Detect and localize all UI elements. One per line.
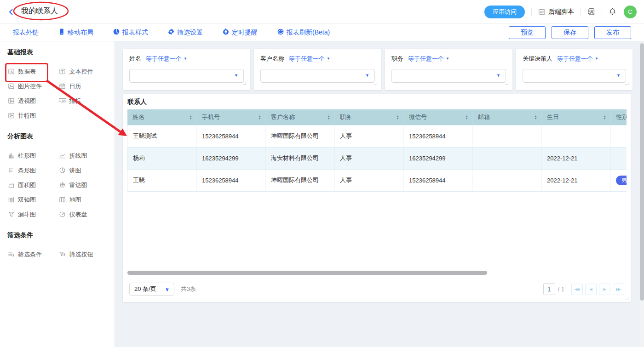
last-page-button[interactable]: ▶▶ bbox=[613, 284, 624, 295]
sidebar-section-title: 分析图表 bbox=[7, 132, 107, 141]
resize-handle[interactable] bbox=[243, 82, 246, 85]
filter-operator-dropdown[interactable]: 等于任意一个▼ bbox=[146, 55, 187, 63]
sidebar-item-funnel-chart[interactable]: 漏斗图 bbox=[7, 210, 56, 218]
toolbar-item-3[interactable]: 筛选设置 bbox=[167, 28, 203, 37]
sort-icon[interactable]: ▲▼ bbox=[258, 115, 261, 119]
toolbar-item-5[interactable]: 报表刷新(Beta) bbox=[277, 28, 330, 37]
sidebar-item-column-chart[interactable]: 柱形图 bbox=[7, 152, 56, 159]
sidebar-item-bar-chart[interactable]: 条形图 bbox=[7, 166, 56, 174]
column-header-label: 职务 bbox=[340, 113, 352, 121]
sort-icon[interactable]: ▲▼ bbox=[327, 115, 330, 119]
filter-card-0: 姓名等于任意一个▼▼ bbox=[123, 49, 250, 90]
sidebar-item-indicator[interactable]: 4,80指标 bbox=[59, 97, 108, 105]
resize-handle[interactable] bbox=[625, 82, 628, 85]
toolbar-item-0[interactable]: 报表外链 bbox=[13, 28, 39, 37]
sort-icon[interactable]: ▲▼ bbox=[189, 115, 192, 119]
prev-page-button[interactable]: ◀ bbox=[585, 284, 597, 295]
save-button[interactable]: 保存 bbox=[552, 26, 588, 39]
toolbar-item-2[interactable]: 报表样式 bbox=[113, 28, 148, 37]
preview-button[interactable]: 预览 bbox=[509, 26, 546, 39]
divider bbox=[602, 8, 602, 16]
column-header-6[interactable]: 生日▲▼ bbox=[541, 109, 610, 125]
sidebar-item-pie-chart[interactable]: 饼图 bbox=[59, 166, 108, 174]
column-header-5[interactable]: 邮箱▲▼ bbox=[472, 109, 541, 125]
app-access-button[interactable]: 应用访问 bbox=[484, 6, 525, 18]
sidebar-item-pivot-table[interactable]: 透视图 bbox=[7, 97, 56, 105]
horizontal-scrollbar[interactable] bbox=[127, 271, 487, 275]
sidebar-item-area-chart[interactable]: 面积图 bbox=[7, 181, 56, 189]
sort-icon[interactable]: ▲▼ bbox=[465, 115, 468, 119]
sidebar-item-radar-chart[interactable]: 雷达图 bbox=[59, 181, 108, 189]
toolbar-item-4[interactable]: 定时提醒 bbox=[222, 28, 258, 37]
avatar[interactable]: C bbox=[624, 6, 637, 18]
sidebar-item-image-widget[interactable]: 图片控件 bbox=[7, 82, 56, 90]
resize-handle[interactable] bbox=[374, 82, 377, 85]
cell: 2022-12-21 bbox=[541, 169, 610, 191]
cell: 男 bbox=[610, 169, 627, 191]
column-header-0[interactable]: 姓名▲▼ bbox=[127, 109, 196, 125]
column-header-label: 性别 bbox=[616, 113, 627, 121]
caret-down-icon: ▼ bbox=[184, 57, 187, 61]
back-icon[interactable] bbox=[7, 8, 16, 16]
table-title: 联系人 bbox=[127, 98, 147, 106]
sidebar-item-filter-condition[interactable]: 筛选条件 bbox=[7, 250, 56, 258]
vertical-scrollbar[interactable] bbox=[640, 43, 644, 301]
sidebar-item-label: 数据表 bbox=[18, 68, 36, 76]
filter-value-select[interactable]: ▼ bbox=[129, 69, 244, 83]
bell-icon[interactable] bbox=[609, 8, 616, 16]
column-header-7[interactable]: 性别▲▼ bbox=[610, 109, 627, 125]
sidebar-item-label: 文本控件 bbox=[69, 68, 93, 76]
cell-value: 15236258944 bbox=[202, 177, 239, 184]
next-page-button[interactable]: ▶ bbox=[599, 284, 610, 295]
cell: 15236258944 bbox=[403, 169, 472, 191]
gender-badge: 男 bbox=[616, 176, 627, 185]
column-header-label: 生日 bbox=[547, 113, 559, 121]
backend-script-button[interactable]: 后端脚本 bbox=[538, 8, 574, 16]
sidebar-item-data-table[interactable]: 数据表 bbox=[7, 68, 56, 75]
first-page-button[interactable]: ◀◀ bbox=[571, 284, 583, 295]
filter-value-select[interactable]: ▼ bbox=[523, 69, 626, 83]
column-header-2[interactable]: 客户名称▲▼ bbox=[265, 109, 334, 125]
filter-value-select[interactable]: ▼ bbox=[391, 69, 506, 83]
filter-operator-dropdown[interactable]: 等于任意一个▼ bbox=[557, 55, 598, 63]
sidebar-item-text-widget[interactable]: 文本控件 bbox=[59, 68, 108, 75]
sort-icon[interactable]: ▲▼ bbox=[534, 115, 537, 119]
contacts-table-widget[interactable]: 联系人 姓名▲▼手机号▲▼客户名称▲▼职务▲▼微信号▲▼邮箱▲▼生日▲▼性别▲▼… bbox=[123, 94, 631, 302]
filter-value-select[interactable]: ▼ bbox=[260, 69, 375, 83]
pivot-table-icon bbox=[7, 97, 15, 104]
filter-operator-dropdown[interactable]: 等于任意一个▼ bbox=[289, 55, 330, 63]
sidebar-item-calendar[interactable]: 日历 bbox=[59, 82, 108, 90]
column-header-1[interactable]: 手机号▲▼ bbox=[196, 109, 265, 125]
cell-value: 15236258944 bbox=[409, 177, 446, 184]
filter-operator-dropdown[interactable]: 等于任意一个▼ bbox=[408, 55, 449, 63]
filter-settings-icon bbox=[167, 28, 175, 37]
sidebar-item-label: 仪表盘 bbox=[69, 210, 87, 219]
resize-handle[interactable] bbox=[625, 297, 628, 300]
column-header-3[interactable]: 职务▲▼ bbox=[334, 109, 403, 125]
cell: 杨莉 bbox=[127, 147, 196, 169]
sidebar-item-dual-axis-chart[interactable]: 双轴图 bbox=[7, 196, 56, 204]
page-size-select[interactable]: 20 条/页 ∨ bbox=[129, 283, 174, 296]
page-title[interactable]: 我的联系人 bbox=[17, 5, 62, 18]
resize-handle[interactable] bbox=[505, 82, 508, 85]
toolbar: 报表外链移动布局报表样式筛选设置定时提醒报表刷新(Beta) 预览 保存 发布 bbox=[0, 24, 644, 41]
sidebar-item-gauge[interactable]: 仪表盘 bbox=[59, 210, 108, 218]
sidebar-item-filter-button[interactable]: 筛选按钮 bbox=[59, 250, 108, 258]
sort-icon[interactable]: ▲▼ bbox=[396, 115, 399, 119]
sidebar-item-line-chart[interactable]: 折线图 bbox=[59, 152, 108, 159]
cell-value: 海安材料有限公司 bbox=[271, 154, 319, 161]
column-header-4[interactable]: 微信号▲▼ bbox=[403, 109, 472, 125]
sidebar-item-map[interactable]: 地图 bbox=[59, 196, 108, 204]
table-row: 王晓15236258944坤曜国际有限公司人事152362589442022-1… bbox=[127, 169, 627, 191]
contacts-icon[interactable] bbox=[587, 8, 595, 16]
sidebar-item-gantt[interactable]: 甘特图 bbox=[7, 112, 56, 119]
sort-icon[interactable]: ▲▼ bbox=[603, 115, 606, 119]
sidebar-section-2: 筛选条件筛选条件筛选按钮 bbox=[7, 231, 107, 258]
calendar-icon bbox=[59, 83, 66, 90]
toolbar-item-1[interactable]: 移动布局 bbox=[58, 28, 93, 37]
cell bbox=[472, 147, 541, 169]
text-widget-icon bbox=[59, 68, 66, 75]
publish-button[interactable]: 发布 bbox=[594, 26, 631, 39]
sidebar-item-label: 雷达图 bbox=[69, 181, 87, 189]
current-page-input[interactable]: 1 bbox=[543, 283, 555, 295]
